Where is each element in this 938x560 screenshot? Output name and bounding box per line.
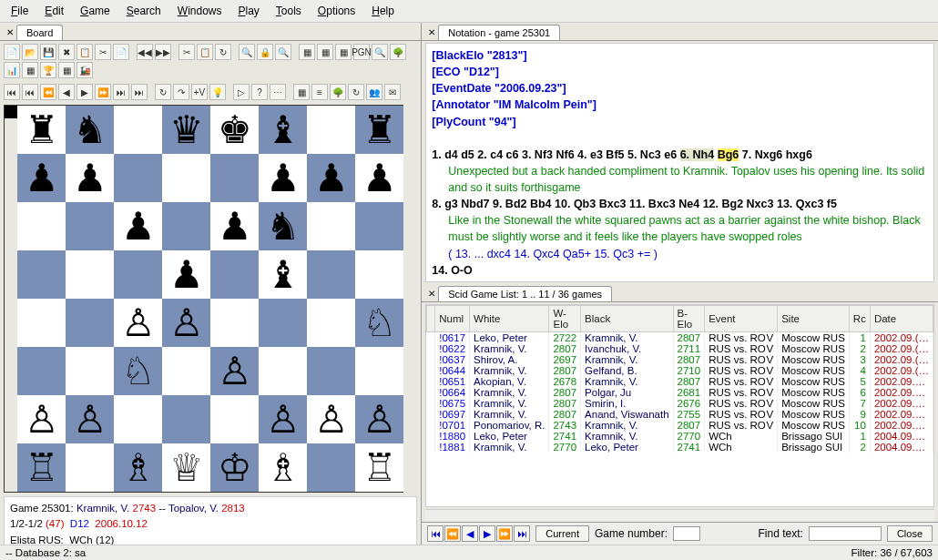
toolbar-button[interactable]: ▦ [317,44,333,60]
menu-file[interactable]: File [4,2,36,20]
toolbar-button[interactable]: ◀◀ [137,44,153,60]
square[interactable]: ♟ [210,202,259,250]
menu-game[interactable]: Game [73,2,117,20]
toolbar-button[interactable]: 🔍 [275,44,291,60]
eco-short[interactable]: D12 [70,518,89,529]
col-header[interactable]: Site [778,305,850,331]
table-row[interactable]: !1881Kramnik, V.2770Leko, Peter2741WChBr… [427,442,933,453]
square[interactable] [259,299,307,347]
toolbar-button[interactable]: 🚂 [76,62,93,78]
table-row[interactable]: !0622Kramnik, V.2807Ivanchuk, V.2711RUS … [427,343,933,354]
col-header[interactable]: Numl [435,305,470,331]
tab-board[interactable]: Board [16,25,63,40]
square[interactable]: ♟ [162,250,210,299]
h-scrollbar[interactable] [425,509,934,522]
nav-pageup-icon[interactable]: ⏪ [444,525,461,542]
toolbar-button[interactable]: ⏭ [131,84,148,100]
square[interactable]: ♔ [210,443,259,492]
close-icon[interactable]: ✕ [425,26,438,39]
toolbar-button[interactable]: 🏆 [40,62,56,78]
col-header[interactable]: Event [705,305,778,331]
table-row[interactable]: !0651Akopian, V.2678Kramnik, V.2807RUS v… [427,376,933,387]
toolbar-button[interactable]: 🌳 [390,44,406,60]
game-number-input[interactable] [673,526,700,541]
square[interactable] [307,106,355,154]
square[interactable]: ♞ [259,202,307,250]
variation[interactable]: ( 14. O-O-O!? Fritz, would never have oc… [448,279,928,282]
square[interactable]: ♝ [259,250,307,299]
square[interactable]: ♞ [66,106,114,154]
nav-next-icon[interactable]: ▶ [479,525,495,542]
toolbar-button[interactable]: ⏩ [95,84,111,100]
menu-options[interactable]: Options [311,2,362,20]
toolbar-button[interactable]: 🔍 [372,44,388,60]
table-row[interactable]: !1880Leko, Peter2741Kramnik, V.2770WChBr… [427,431,933,442]
square[interactable] [210,395,259,443]
square[interactable]: ♟ [307,154,355,202]
toolbar-button[interactable]: ◀ [58,84,75,100]
toolbar-button[interactable]: ▦ [58,62,75,78]
toolbar-button[interactable]: 👥 [366,84,382,100]
toolbar-button[interactable]: ≡ [311,84,328,100]
square[interactable]: ♖ [17,443,66,492]
square[interactable]: ♙ [114,299,162,347]
square[interactable] [66,202,114,250]
square[interactable] [162,347,210,395]
square[interactable]: ♜ [17,106,66,154]
toolbar-button[interactable]: ⏭ [113,84,129,100]
square[interactable] [17,250,66,299]
square[interactable]: ♕ [162,443,210,492]
square[interactable] [17,299,66,347]
close-button[interactable]: Close [887,525,933,542]
square[interactable]: ♟ [17,154,66,202]
nav-prev-icon[interactable]: ◀ [462,525,478,542]
gamelist-table[interactable]: NumlWhiteW-EloBlackB-EloEventSiteRcDate!… [426,305,933,453]
toolbar-button[interactable]: 📋 [76,44,93,60]
square[interactable] [307,250,355,299]
square[interactable] [17,202,66,250]
square[interactable] [66,443,114,492]
white-name[interactable]: Kramnik, V. [76,503,129,514]
square[interactable]: ♖ [355,443,403,492]
square[interactable]: ♙ [66,395,114,443]
toolbar-button[interactable]: 📂 [22,44,38,60]
square[interactable] [259,347,307,395]
square[interactable] [66,299,114,347]
square[interactable]: ♛ [162,106,210,154]
table-row[interactable]: !0617Leko, Peter2722Kramnik, V.2807RUS v… [427,331,933,343]
toolbar-button[interactable]: ▷ [233,84,250,100]
toolbar-button[interactable]: 🔒 [257,44,273,60]
toolbar-button[interactable]: ↷ [173,84,189,100]
square[interactable] [355,347,403,395]
square[interactable] [114,154,162,202]
col-header[interactable]: Date [870,305,933,331]
toolbar-button[interactable]: ▦ [335,44,352,60]
toolbar-button[interactable]: ⏪ [40,84,56,100]
square[interactable] [114,250,162,299]
toolbar-button[interactable]: ▦ [299,44,315,60]
tab-notation[interactable]: Notation - game 25301 [438,25,560,40]
square[interactable]: ♝ [259,106,307,154]
toolbar-button[interactable]: ↻ [155,84,171,100]
square[interactable]: ♙ [17,395,66,443]
square[interactable]: ♗ [259,443,307,492]
square[interactable] [307,202,355,250]
toolbar-button[interactable]: ↻ [215,44,231,60]
find-text-input[interactable] [809,526,882,541]
square[interactable] [114,106,162,154]
square[interactable]: ♟ [66,154,114,202]
toolbar-button[interactable]: PGN [353,44,370,60]
table-row[interactable]: !0697Kramnik, V.2807Anand, Viswanath2755… [427,409,933,420]
toolbar-button[interactable]: 🔍 [239,44,255,60]
menu-search[interactable]: Search [119,2,168,20]
black-name[interactable]: Topalov, V. [168,503,219,514]
square[interactable] [210,299,259,347]
square[interactable]: ♟ [259,154,307,202]
square[interactable]: ♙ [355,395,403,443]
col-header[interactable]: W-Elo [549,305,581,331]
square[interactable] [307,299,355,347]
toolbar-button[interactable]: ⏮ [4,84,20,100]
tab-gamelist[interactable]: Scid Game List: 1 .. 11 / 36 games [438,286,612,301]
toolbar-button[interactable]: +V [191,84,208,100]
square[interactable]: ♟ [114,202,162,250]
